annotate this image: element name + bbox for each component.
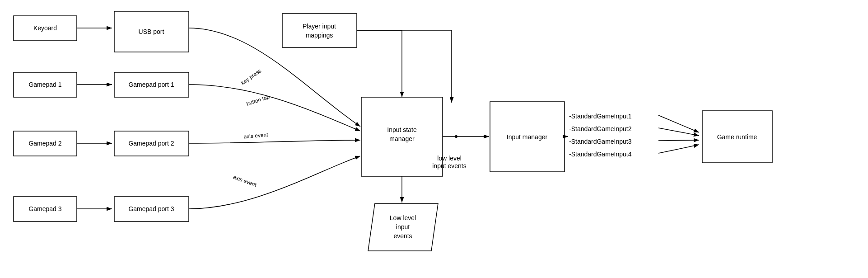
input-manager-label: Input manager xyxy=(507,133,548,141)
axis-event2-label: axis event xyxy=(232,174,257,188)
gamepad1-label: Gamepad 1 xyxy=(28,81,61,88)
input-state-manager-label1: Input state xyxy=(387,126,417,133)
player-to-state-path xyxy=(357,30,402,97)
standard-input3-label: -StandardGameInput3 xyxy=(569,138,632,145)
sgi3-to-runtime-arrow xyxy=(658,140,699,141)
standard-input1-label: -StandardGameInput1 xyxy=(569,113,632,120)
lowlevel-connection-label1: low level xyxy=(437,155,462,162)
game-runtime-label: Game runtime xyxy=(717,133,757,141)
sgi2-to-runtime-arrow xyxy=(658,128,699,136)
gamepad3-label: Gamepad 3 xyxy=(28,205,61,212)
player-input-box xyxy=(282,14,357,47)
midpoint-dot xyxy=(455,135,457,138)
standard-input2-label: -StandardGameInput2 xyxy=(569,125,632,132)
gamepad-port2-label: Gamepad port 2 xyxy=(128,140,174,147)
usb-port-label: USB port xyxy=(139,28,164,35)
axis-event1-arrow xyxy=(189,140,360,143)
sgi1-to-runtime-arrow xyxy=(658,115,699,132)
standard-input4-label: -StandardGameInput4 xyxy=(569,151,632,158)
player-input-label1: Player input xyxy=(303,23,336,30)
axis-event1-label: axis event xyxy=(243,132,269,140)
lowlevel-connection-label2: input events xyxy=(432,162,467,170)
low-level-events-label2: input xyxy=(396,223,410,231)
player-to-manager-path xyxy=(357,30,452,102)
axis-event2-arrow xyxy=(189,156,360,209)
gamepad2-label: Gamepad 2 xyxy=(28,140,61,147)
low-level-events-label3: events xyxy=(393,232,412,240)
player-input-label2: mappings xyxy=(306,32,333,39)
button-tap-label: button tap xyxy=(246,94,271,107)
sgi4-to-runtime-arrow xyxy=(658,145,699,153)
key-press-label: key press xyxy=(240,67,262,86)
low-level-events-label1: Low level xyxy=(390,214,416,221)
input-state-manager-label2: manager xyxy=(389,135,415,142)
keyboard-label: Keyoard xyxy=(33,24,57,32)
gamepad-port3-label: Gamepad port 3 xyxy=(128,205,174,212)
gamepad-port1-label: Gamepad port 1 xyxy=(128,81,174,88)
